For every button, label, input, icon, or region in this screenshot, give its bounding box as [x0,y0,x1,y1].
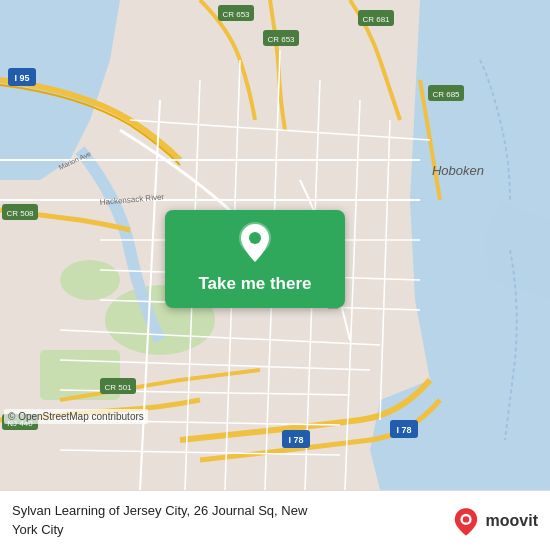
moovit-text: moovit [486,512,538,530]
svg-text:CR 501: CR 501 [104,383,132,392]
svg-text:CR 681: CR 681 [362,15,390,24]
location-text: Sylvan Learning of Jersey City, 26 Journ… [12,502,450,538]
svg-text:I 95: I 95 [14,73,29,83]
svg-text:CR 653: CR 653 [267,35,295,44]
svg-text:CR 508: CR 508 [6,209,34,218]
copyright-text: © OpenStreetMap contributors [4,409,148,424]
svg-point-56 [462,516,468,522]
svg-point-6 [60,260,120,300]
location-line1: Sylvan Learning of Jersey City, 26 Journ… [12,503,307,518]
bottom-bar: Sylvan Learning of Jersey City, 26 Journ… [0,490,550,550]
svg-text:I 78: I 78 [288,435,303,445]
take-me-there-button[interactable]: Take me there [165,210,345,308]
svg-point-54 [249,232,261,244]
moovit-logo-icon [450,505,482,537]
location-line2: York City [12,522,64,537]
svg-text:CR 653: CR 653 [222,10,250,19]
svg-text:I 78: I 78 [396,425,411,435]
map-container: I 95 CR 653 CR 653 CR 681 CR 685 CR 508 … [0,0,550,490]
location-pin-icon [237,222,273,268]
moovit-logo: moovit [450,505,538,537]
svg-text:CR 685: CR 685 [432,90,460,99]
svg-text:Hoboken: Hoboken [432,163,484,178]
take-me-there-label: Take me there [198,274,311,294]
